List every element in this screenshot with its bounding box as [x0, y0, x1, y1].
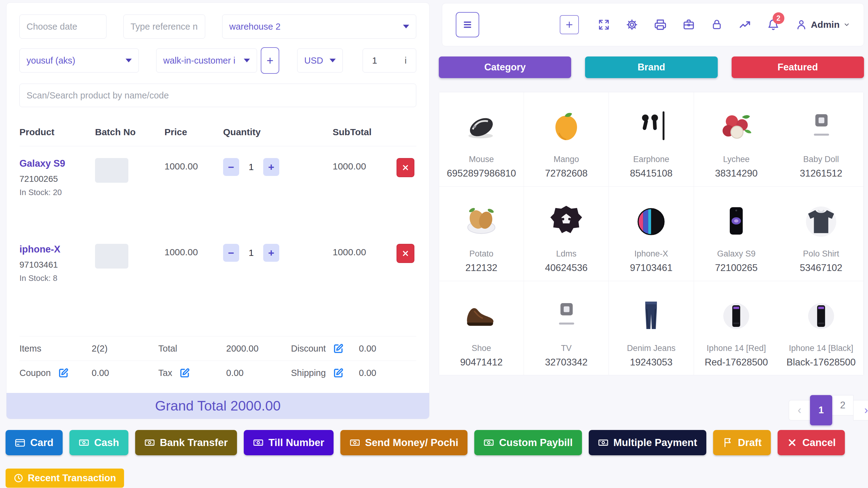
payment-button[interactable]: Till Number — [244, 430, 334, 455]
sales-trend-icon[interactable] — [739, 19, 751, 31]
product-card[interactable]: Iphone 14 [Red] Red-17628500 — [694, 281, 779, 375]
cart-subtotal: 1000.00 — [302, 244, 377, 257]
payment-buttons: Card Cash Bank Transfer Till Number Send… — [5, 430, 845, 455]
product-name: Earphone — [633, 155, 669, 164]
product-card[interactable]: Mango 72782608 — [524, 92, 609, 187]
date-input[interactable] — [20, 14, 106, 38]
payment-button[interactable]: Send Money/ Pochi — [340, 430, 468, 455]
product-image — [798, 288, 844, 343]
total-label: Total — [158, 343, 226, 354]
quantity-plus-button[interactable]: + — [263, 158, 279, 176]
reference-input[interactable] — [123, 14, 205, 38]
cash-register-icon[interactable] — [683, 19, 695, 31]
remove-item-button[interactable] — [397, 158, 414, 177]
payment-button[interactable]: Draft — [713, 430, 771, 455]
payment-icon — [598, 437, 609, 448]
customer-select[interactable]: yousuf (aks) — [20, 49, 139, 72]
payment-icon — [253, 437, 264, 448]
filter-button[interactable]: Category — [439, 57, 571, 78]
product-card[interactable]: Earphone 85415108 — [609, 92, 694, 187]
quantity-minus-button[interactable]: − — [223, 244, 239, 262]
product-code: 40624536 — [545, 262, 588, 273]
notifications-bell-icon[interactable]: 2 — [767, 19, 779, 31]
payment-button[interactable]: Cash — [69, 430, 128, 455]
quantity-plus-button[interactable]: + — [263, 244, 279, 262]
tax-value: 0.00 — [226, 368, 291, 378]
cart-product-link[interactable]: Galaxy S9 — [20, 158, 95, 169]
currency-select[interactable]: USD — [297, 49, 343, 72]
lock-icon[interactable] — [711, 19, 723, 31]
remove-item-button[interactable] — [397, 244, 414, 263]
pos-form-row-2: yousuf (aks) walk-in-customer i + USD 1 … — [20, 49, 416, 74]
product-code: 32703342 — [545, 357, 588, 368]
cart-product-cell: iphone-X 97103461 In Stock: 8 — [20, 244, 95, 283]
product-card[interactable]: Potato 212132 — [439, 187, 524, 281]
product-card[interactable]: Polo Shirt 53467102 — [779, 187, 864, 281]
menu-button[interactable] — [456, 12, 479, 37]
product-card[interactable]: Shoe 90471412 — [439, 281, 524, 375]
product-card[interactable]: Denim Jeans 19243053 — [609, 281, 694, 375]
customer-select-value: yousuf (aks) — [27, 56, 75, 66]
edit-shipping-button[interactable] — [333, 368, 344, 378]
recent-transaction-button[interactable]: Recent Transaction — [5, 468, 124, 488]
cart-product-code: 97103461 — [20, 260, 95, 270]
printer-icon[interactable] — [654, 19, 666, 31]
customer-type-select[interactable]: walk-in-customer i — [156, 49, 257, 72]
product-card[interactable]: Lychee 38314290 — [694, 92, 779, 187]
product-name: Iphone-X — [634, 249, 669, 259]
product-card[interactable]: Galaxy S9 72100265 — [694, 187, 779, 281]
settings-gear-icon[interactable] — [626, 19, 638, 31]
discount-label: Discount — [291, 343, 359, 354]
quantity-minus-button[interactable]: − — [223, 158, 239, 176]
pagination-next-button[interactable]: › — [853, 400, 868, 420]
warehouse-select-value: warehouse 2 — [229, 22, 280, 32]
pagination-prev-button[interactable]: ‹ — [789, 400, 810, 420]
payment-button[interactable]: Bank Transfer — [135, 430, 237, 455]
cart-product-stock: In Stock: 20 — [20, 188, 95, 197]
product-code: 19243053 — [630, 357, 673, 368]
filter-button[interactable]: Featured — [732, 57, 864, 78]
product-code: 212132 — [465, 262, 497, 273]
product-card[interactable]: Baby Doll 31261512 — [779, 92, 864, 187]
pagination-page-button[interactable]: 2 — [832, 395, 854, 416]
add-button[interactable] — [560, 15, 579, 34]
payment-button[interactable]: Custom Paybill — [474, 430, 582, 455]
payment-button[interactable]: Card — [5, 430, 63, 455]
payment-button[interactable]: Cancel — [778, 430, 845, 455]
warehouse-select[interactable]: warehouse 2 — [222, 14, 416, 38]
exchange-rate-field[interactable]: 1 i — [363, 49, 416, 72]
product-card[interactable]: Ldms 40624536 — [524, 187, 609, 281]
top-bar-actions: 2 Admin — [560, 15, 850, 34]
product-search-input[interactable] — [20, 84, 416, 107]
product-image — [458, 194, 504, 249]
batch-no-input[interactable] — [95, 244, 128, 269]
add-customer-button[interactable]: + — [261, 47, 279, 74]
batch-no-input[interactable] — [95, 158, 128, 183]
edit-discount-button[interactable] — [333, 343, 344, 354]
payment-icon — [484, 437, 494, 448]
pos-cart-panel: warehouse 2 yousuf (aks) walk-in-custome… — [6, 2, 430, 419]
product-image — [713, 288, 760, 343]
col-price: Price — [164, 127, 223, 138]
admin-menu[interactable]: Admin — [796, 19, 850, 31]
product-card[interactable]: Iphone-X 97103461 — [609, 187, 694, 281]
filter-button[interactable]: Brand — [585, 57, 717, 78]
product-card[interactable]: TV 32703342 — [524, 281, 609, 375]
product-card[interactable]: Iphone 14 [Black] Black-17628500 — [779, 281, 864, 375]
product-image — [628, 100, 674, 155]
discount-value: 0.00 — [359, 343, 416, 354]
product-code: 6952897986810 — [447, 168, 516, 179]
cart-product-link[interactable]: iphone-X — [20, 244, 95, 255]
product-image — [458, 288, 504, 343]
caret-down-icon — [244, 59, 250, 62]
product-name: Mango — [554, 155, 579, 164]
edit-coupon-button[interactable] — [58, 368, 69, 378]
fullscreen-icon[interactable] — [598, 19, 610, 31]
product-code: 85415108 — [630, 168, 673, 179]
product-image — [798, 100, 844, 155]
payment-button[interactable]: Multiple Payment — [589, 430, 706, 455]
pagination-page-button[interactable]: 1 — [810, 395, 832, 425]
product-card[interactable]: Mouse 6952897986810 — [439, 92, 524, 187]
product-image — [798, 194, 844, 249]
edit-tax-button[interactable] — [180, 368, 190, 378]
